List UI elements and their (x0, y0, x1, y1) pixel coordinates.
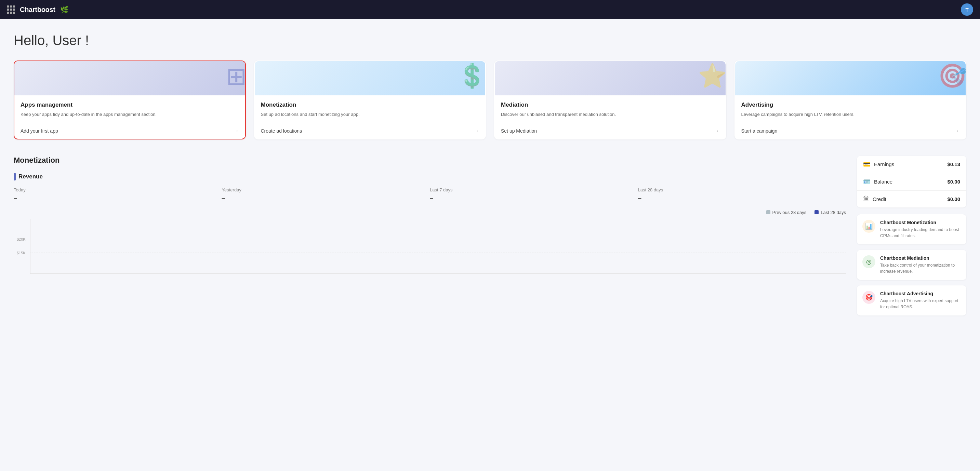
card-title-mediation: Mediation (501, 101, 719, 108)
promo-desc-monetization: Leverage industry-leading demand to boos… (880, 227, 961, 239)
card-body-monetization: Monetization Set up ad locations and sta… (255, 95, 485, 118)
stat-period-yesterday: Yesterday (222, 187, 430, 192)
grid-icon[interactable] (7, 5, 15, 14)
promo-title-advertising: Chartboost Advertising (880, 291, 961, 297)
card-desc-mediation: Discover our unbiased and transparent me… (501, 111, 719, 118)
card-monetization[interactable]: 💲 Monetization Set up ad locations and s… (254, 60, 486, 140)
arrow-icon-advertising: → (954, 128, 959, 134)
earnings-left-credit: 🏛 Credit (863, 195, 886, 203)
stat-yesterday: Yesterday – (222, 187, 430, 201)
stat-period-today: Today (14, 187, 222, 192)
earnings-row-credit: 🏛 Credit $0.00 (857, 191, 966, 208)
card-title-apps: Apps management (21, 101, 239, 108)
card-apps-management[interactable]: ⊞ Apps management Keep your apps tidy an… (14, 60, 246, 140)
arrow-icon-apps: → (234, 128, 239, 134)
chart-gridline-15k: $15K (30, 252, 846, 253)
chart-gridline-20k: $20K (30, 239, 846, 239)
card-link-label-apps: Add your first app (21, 128, 58, 134)
card-link-label-monetization: Create ad locations (261, 128, 302, 134)
earnings-label: Earnings (874, 161, 894, 167)
stats-row: Today – Yesterday – Last 7 days – Last 2… (14, 187, 846, 201)
arrow-icon-mediation: → (714, 128, 719, 134)
monetization-section-title: Monetization (14, 156, 846, 165)
card-body-advertising: Advertising Leverage campaigns to acquir… (735, 95, 966, 118)
promo-card-advertising[interactable]: 🎯 Chartboost Advertising Acquire high LT… (857, 285, 966, 316)
promo-content-mediation: Chartboost Mediation Take back control o… (880, 255, 961, 274)
right-sidebar: 💳 Earnings $0.13 🪪 Balance $0.00 🏛 Cr (857, 156, 966, 316)
topnav: Chartboost 🌿 T (0, 0, 980, 19)
greeting-heading: Hello, User ! (14, 33, 966, 48)
mediation-icon: ⭐ (698, 64, 725, 87)
promo-card-monetization[interactable]: 📊 Chartboost Monetization Leverage indus… (857, 214, 966, 244)
earnings-row-earnings: 💳 Earnings $0.13 (857, 156, 966, 173)
promo-icon-advertising: 🎯 (862, 291, 875, 304)
stat-period-28days: Last 28 days (638, 187, 846, 192)
chart-legend: Previous 28 days Last 28 days (14, 210, 846, 215)
legend-previous: Previous 28 days (766, 210, 807, 215)
apps-management-icon: ⊞ (226, 64, 245, 89)
legend-last: Last 28 days (815, 210, 846, 215)
chart-label-15k: $15K (17, 251, 25, 255)
promo-cards: 📊 Chartboost Monetization Leverage indus… (857, 214, 966, 316)
revenue-label: Revenue (19, 173, 43, 180)
card-top-advertising: 🎯 (735, 61, 966, 95)
card-body-apps: Apps management Keep your apps tidy and … (14, 95, 245, 118)
topnav-left: Chartboost 🌿 (7, 5, 69, 14)
promo-desc-mediation: Take back control of your monetization t… (880, 262, 961, 274)
avatar[interactable]: T (961, 3, 973, 16)
earnings-value: $0.13 (947, 161, 960, 167)
promo-icon-mediation: ◎ (862, 255, 875, 268)
stat-today: Today – (14, 187, 222, 201)
card-title-monetization: Monetization (261, 101, 479, 108)
promo-icon-mediation-symbol: ◎ (866, 258, 872, 266)
advertising-icon: 🎯 (938, 64, 966, 87)
card-mediation[interactable]: ⭐ Mediation Discover our unbiased and tr… (494, 60, 726, 140)
bottom-section: Monetization Revenue Today – Yesterday –… (14, 156, 966, 316)
card-desc-apps: Keep your apps tidy and up-to-date in th… (21, 111, 239, 118)
logo-text: Chartboost (20, 6, 56, 14)
card-link-label-advertising: Start a campaign (741, 128, 778, 134)
card-top-monetization: 💲 (255, 61, 485, 95)
earnings-left-earnings: 💳 Earnings (863, 161, 894, 168)
promo-icon-monetization: 📊 (862, 220, 875, 233)
main-content: Hello, User ! ⊞ Apps management Keep you… (0, 19, 980, 322)
stat-7days: Last 7 days – (430, 187, 638, 201)
stat-period-7days: Last 7 days (430, 187, 638, 192)
promo-desc-advertising: Acquire high LTV users with expert suppo… (880, 298, 961, 310)
card-desc-monetization: Set up ad locations and start monetizing… (261, 111, 479, 118)
arrow-icon-monetization: → (474, 128, 479, 134)
monetization-section: Monetization Revenue Today – Yesterday –… (14, 156, 846, 316)
balance-label: Balance (874, 179, 892, 185)
promo-icon-monetization-symbol: 📊 (865, 222, 873, 230)
chart-area: $20K $15K (30, 219, 846, 274)
stat-value-today: – (14, 195, 222, 201)
card-top-apps: ⊞ (14, 61, 245, 95)
card-link-apps[interactable]: Add your first app → (14, 123, 245, 139)
card-top-mediation: ⭐ (495, 61, 725, 95)
card-link-advertising[interactable]: Start a campaign → (735, 123, 966, 139)
promo-icon-advertising-symbol: 🎯 (865, 293, 873, 301)
card-desc-advertising: Leverage campaigns to acquire high LTV, … (741, 111, 960, 118)
card-advertising[interactable]: 🎯 Advertising Leverage campaigns to acqu… (735, 60, 967, 140)
promo-title-mediation: Chartboost Mediation (880, 255, 961, 261)
earnings-card: 💳 Earnings $0.13 🪪 Balance $0.00 🏛 Cr (857, 156, 966, 208)
card-link-label-mediation: Set up Mediation (501, 128, 537, 134)
earnings-icon: 💳 (863, 161, 870, 168)
cards-row: ⊞ Apps management Keep your apps tidy an… (14, 60, 966, 140)
legend-label-last: Last 28 days (821, 210, 846, 215)
balance-icon: 🪪 (863, 178, 870, 186)
stat-value-28days: – (638, 195, 846, 201)
logo-leaf-icon: 🌿 (60, 5, 69, 14)
revenue-header: Revenue (14, 173, 846, 181)
chart-wrapper: $20K $15K (30, 219, 846, 274)
card-link-mediation[interactable]: Set up Mediation → (495, 123, 725, 139)
card-title-advertising: Advertising (741, 101, 960, 108)
legend-dot-previous (766, 210, 770, 214)
legend-label-previous: Previous 28 days (772, 210, 807, 215)
legend-dot-last (815, 210, 819, 214)
promo-content-monetization: Chartboost Monetization Leverage industr… (880, 220, 961, 239)
credit-value: $0.00 (947, 196, 960, 202)
card-link-monetization[interactable]: Create ad locations → (255, 123, 485, 139)
earnings-left-balance: 🪪 Balance (863, 178, 892, 186)
promo-card-mediation[interactable]: ◎ Chartboost Mediation Take back control… (857, 250, 966, 280)
